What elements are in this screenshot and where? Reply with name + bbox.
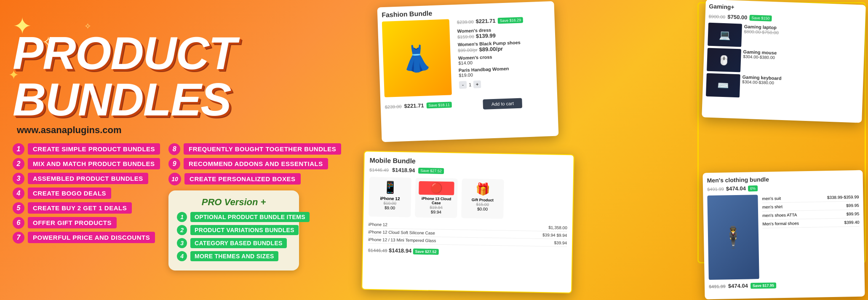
feature-item-7: 7 POWERFUL PRICE AND DISCOUNTS — [13, 232, 160, 244]
pro-item-3: 3 CATEGORY BASED BUNDLES — [177, 238, 291, 248]
mens-product-row-4: Men's formal shoes $399.40 — [762, 218, 859, 228]
mobile-product-1: 📱 iPhone 12 $10.00 $9.00 — [369, 177, 411, 217]
mens-price-row: $491.99 $474.04 6% — [707, 183, 859, 192]
mens-product-4-price: $399.40 — [844, 220, 859, 225]
feature-label-1: CREATE SIMPLE PRODUCT BUNDLES — [28, 143, 160, 155]
mobile-bottom-prices: $1446.49 $1418.94 Save $27.52 — [368, 247, 439, 254]
feature-num-2: 2 — [13, 158, 24, 170]
mens-product-2-name: men's shirt — [762, 204, 783, 209]
gaming-product-img-1: 💻 — [708, 23, 742, 47]
gaming-bundle-inner: Gaming+ $900.00 $750.00 Save $150 💻 Gami… — [702, 0, 866, 123]
gaming-title: Gaming+ — [709, 3, 862, 15]
gaming-product-img-3: ⌨️ — [706, 73, 740, 98]
gaming-product-row-2: 🖱️ Gaming mouse $304.00-$380.00 — [707, 48, 861, 77]
cart-row-1-name: iPhone 12 — [369, 222, 387, 227]
pro-item-1: 1 OPTIONAL PRODUCT BUNDLE ITEMS — [177, 212, 291, 222]
website-url: www.asanaplugins.com — [17, 125, 333, 136]
fashion-total-badge: Save $18.11 — [426, 102, 452, 108]
feature-label-10: CREATE PERSONALIZED BOXES — [184, 173, 300, 185]
fashion-price-original: $239.00 — [457, 19, 474, 24]
gaming-product-price-1: $800.00 $750.00 — [744, 29, 779, 35]
mobile-products: 📱 iPhone 12 $10.00 $9.00 🔴 iPhone 13 Clo… — [369, 177, 568, 220]
feature-label-4: CREATE BOGO DEALS — [28, 188, 111, 199]
gaming-product-price-2: $304.00-$380.00 — [743, 54, 777, 60]
product-2-orig: $99.00/pr — [458, 47, 478, 53]
gaming-save-badge: Save $150 — [749, 15, 772, 21]
gaming-product-details-3: Gaming keyboard $304.00-$380.00 — [742, 75, 782, 99]
mens-bundle-inner: Men's clothing bundle $491.99 $474.04 6%… — [702, 170, 865, 300]
gaming-price-sale: $750.00 — [727, 13, 747, 21]
mens-bottom-badge: Save $17.95 — [750, 282, 776, 289]
feature-num-9: 9 — [168, 158, 180, 170]
mobile-bundle-title: Mobile Bundle — [369, 157, 568, 168]
mens-products: men's suit $338.99-$359.99 men's shirt $… — [762, 193, 860, 279]
fashion-save-badge: Save $16.29 — [497, 17, 523, 24]
feature-item-3: 3 ASSEMBLED PRODUCT BUNDLES — [13, 173, 160, 185]
gaming-bundle-card: Gaming+ $900.00 $750.00 Save $150 💻 Gami… — [702, 0, 866, 123]
pro-item-4: 4 MORE THEMES AND SIZES — [177, 251, 291, 261]
mobile-product-1-sale: $9.00 — [372, 205, 407, 210]
mobile-bottom-sale: $1418.94 — [389, 247, 411, 254]
mobile-bottom-orig: $1446.49 — [368, 248, 387, 253]
mens-product-3-price: $99.95 — [846, 212, 859, 217]
cart-row-3-price: $39.94 — [554, 241, 567, 246]
mobile-cart-rows: iPhone 12 $1,358.00 iPhone 12 Cloud Soft… — [368, 221, 567, 247]
fashion-add-to-cart[interactable]: Add to cart — [483, 98, 522, 110]
feature-num-7: 7 — [13, 232, 24, 244]
feature-label-7: POWERFUL PRICE AND DISCOUNTS — [28, 232, 155, 243]
fashion-total-sale: $221.71 — [404, 102, 424, 110]
qty-minus-1[interactable]: - — [459, 81, 467, 89]
feature-item-4: 4 CREATE BOGO DEALS — [13, 188, 160, 199]
mens-product-4-name: Men's formal shoes — [762, 221, 799, 226]
mobile-bottom-total: $1446.49 $1418.94 Save $27.52 — [368, 247, 567, 257]
fashion-bundle-image: 👗 — [382, 19, 452, 97]
mobile-bundle-inner: Mobile Bundle $1446.49 $1418.94 Save $27… — [362, 152, 574, 293]
feature-num-10: 10 — [168, 173, 181, 185]
feature-num-6: 6 — [13, 217, 24, 229]
features-grid: 1 CREATE SIMPLE PRODUCT BUNDLES 2 MIX AN… — [13, 143, 333, 271]
fashion-qty-controls: - 1 + — [459, 79, 526, 88]
banner: ✦ ✧ ✦ ✧ PRODUCT BUNDLES www.asanaplugins… — [0, 0, 868, 300]
qty-value-1: 1 — [469, 82, 472, 87]
mobile-price-row: $1446.49 $1418.94 Save $27.52 — [369, 166, 568, 176]
feature-item-2: 2 MIX AND MATCH PRODUCT BUNDLES — [13, 158, 160, 170]
left-content: PRODUCT BUNDLES www.asanaplugins.com 1 C… — [0, 21, 345, 279]
fashion-bundle-details: $239.00 $221.71 Save $16.29 Women's dres… — [457, 16, 526, 94]
pro-box: PRO Version + 1 OPTIONAL PRODUCT BUNDLE … — [168, 190, 299, 271]
features-left: 1 CREATE SIMPLE PRODUCT BUNDLES 2 MIX AN… — [13, 143, 160, 271]
gaming-product-img-2: 🖱️ — [707, 48, 741, 72]
qty-plus-1[interactable]: + — [473, 80, 481, 88]
gaming-product-row-3: ⌨️ Gaming keyboard $304.00-$380.00 — [706, 73, 860, 102]
feature-num-5: 5 — [13, 202, 24, 214]
pro-item-2: 2 PRODUCT VARIATIONS BUNDLES — [177, 225, 291, 235]
mens-product-2-price: $99.95 — [846, 203, 859, 208]
pro-num-2: 2 — [177, 225, 187, 235]
feature-label-6: OFFER GIFT PRODUCTS — [28, 217, 117, 228]
gaming-product-details-2: Gaming mouse $304.00-$380.00 — [742, 49, 777, 74]
fashion-price-sale: $221.71 — [475, 18, 495, 25]
feature-label-2: MIX AND MATCH PRODUCT BUNDLES — [28, 158, 160, 169]
mens-bottom-prices: $491.99 $474.04 Save $17.95 — [709, 282, 776, 289]
feature-num-4: 4 — [13, 188, 24, 199]
fashion-total: $239.00 $221.71 Save $18.11 — [385, 101, 452, 110]
mobile-bundle-card: Mobile Bundle $1446.49 $1418.94 Save $27… — [361, 151, 574, 294]
gift-icon: 🎁 — [465, 182, 501, 196]
mens-bottom-sale: $474.04 — [728, 283, 748, 289]
gaming-product-details-1: Gaming laptop $800.00 $750.00 — [743, 24, 779, 48]
gaming-product-row-1: 💻 Gaming laptop $800.00 $750.00 — [708, 23, 862, 51]
mobile-product-2-name: iPhone 13 Cloud Case — [419, 196, 454, 205]
cart-row-3-name: iPhone 12 / 13 Mini Tempered Glass — [368, 237, 436, 243]
product-1-orig: $159.00 — [457, 34, 474, 39]
cart-row-2-price: $39.94 $9.94 — [542, 233, 567, 238]
mobile-product-2: 🔴 iPhone 13 Cloud Case $19.94 $9.94 — [415, 178, 458, 218]
mens-product-1-price: $338.99-$359.99 — [827, 195, 859, 200]
feature-item-10: 10 CREATE PERSONALIZED BOXES — [168, 173, 341, 185]
feature-label-8: FREQUENTLY BOUGHT TOGETHER BUNDLES — [184, 143, 341, 155]
mens-price-sale: $474.04 — [726, 185, 746, 192]
mens-save-badge: 6% — [748, 185, 758, 191]
gaming-price-orig: $900.00 — [708, 13, 725, 19]
mens-image: 🕴️ — [707, 195, 759, 280]
cart-row-2-name: iPhone 12 Cloud Soft Silicone Case — [368, 230, 435, 236]
iphone-icon: 📱 — [372, 180, 408, 195]
feature-item-6: 6 OFFER GIFT PRODUCTS — [13, 217, 160, 229]
